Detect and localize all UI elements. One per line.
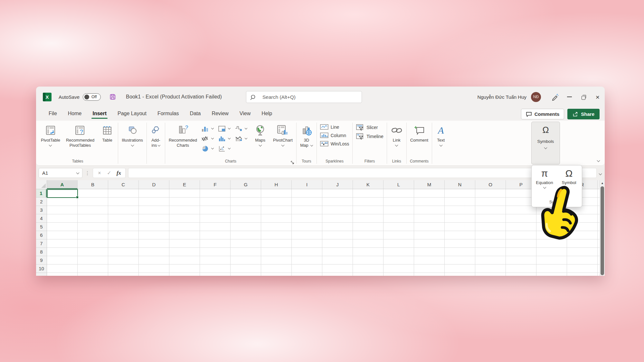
select-all-corner[interactable] — [36, 180, 47, 189]
insert-statistic-chart-button[interactable] — [217, 134, 233, 144]
column-header-C[interactable]: C — [108, 180, 139, 189]
recommended-charts-button[interactable]: ? Recommended Charts — [166, 122, 200, 148]
symbols-button[interactable]: Ω Symbols — [531, 122, 560, 164]
insert-waterfall-chart-button[interactable] — [233, 124, 250, 134]
minimize-icon — [567, 97, 572, 97]
cells-area[interactable] — [47, 189, 600, 276]
insert-combo-chart-button[interactable] — [233, 134, 250, 144]
row-header-1[interactable]: 1 — [36, 189, 47, 198]
column-header-M[interactable]: M — [414, 180, 445, 189]
column-header-J[interactable]: J — [322, 180, 353, 189]
tab-help[interactable]: Help — [256, 108, 278, 120]
row-header-4[interactable]: 4 — [36, 214, 47, 223]
tab-insert[interactable]: Insert — [87, 108, 112, 120]
expand-formula-bar-button[interactable] — [599, 170, 601, 176]
name-box[interactable]: A1 — [39, 168, 82, 178]
column-header-D[interactable]: D — [139, 180, 169, 189]
link-button[interactable]: Link — [388, 122, 406, 146]
restore-button[interactable] — [576, 87, 591, 107]
text-button[interactable]: A Text — [433, 122, 449, 146]
row-header-8[interactable]: 8 — [36, 248, 47, 256]
recommended-pivottables-button[interactable]: ? Recommended PivotTables — [63, 122, 97, 148]
comment-button[interactable]: Comment — [407, 122, 431, 143]
recommended-pivottables-label: Recommended PivotTables — [66, 138, 94, 148]
excel-window: X AutoSave Off Book1 - Excel (Product Ac… — [36, 87, 605, 276]
collapse-ribbon-button[interactable] — [597, 157, 600, 163]
vertical-scrollbar[interactable]: ▲ — [600, 180, 605, 276]
pivottable-icon — [45, 125, 56, 136]
charts-dialog-launcher[interactable] — [290, 161, 294, 164]
column-header-E[interactable]: E — [169, 180, 200, 189]
row-header-3[interactable]: 3 — [36, 206, 47, 214]
insert-line-chart-button[interactable] — [200, 134, 217, 144]
sparkline-column-button[interactable]: Column — [317, 132, 349, 139]
tab-home[interactable]: Home — [62, 108, 87, 120]
group-divider — [147, 123, 147, 164]
avatar[interactable]: NĐ — [531, 92, 541, 102]
autosave-toggle[interactable]: Off — [83, 93, 101, 101]
column-header-A[interactable]: A — [47, 180, 78, 189]
column-header-I[interactable]: I — [292, 180, 322, 189]
timeline-button[interactable]: Timeline — [353, 132, 386, 140]
tab-view[interactable]: View — [234, 108, 256, 120]
row-header-9[interactable]: 9 — [36, 256, 47, 265]
3d-map-button[interactable]: 3D Map — [297, 122, 316, 148]
insert-pie-chart-button[interactable] — [200, 144, 217, 153]
chevron-down-icon — [259, 143, 262, 146]
active-cell-a1[interactable] — [47, 189, 78, 198]
sparkline-line-label: Line — [331, 125, 339, 130]
group-divider — [352, 123, 353, 164]
tab-data[interactable]: Data — [185, 108, 206, 120]
search-input[interactable]: Search (Alt+Q) — [246, 91, 362, 103]
close-button[interactable]: × — [591, 87, 605, 107]
row-header-5[interactable]: 5 — [36, 223, 47, 231]
addins-button[interactable]: Add- ins — [147, 122, 164, 148]
save-icon[interactable] — [109, 93, 116, 100]
column-header-B[interactable]: B — [78, 180, 108, 189]
column-header-O[interactable]: O — [475, 180, 506, 189]
maps-button[interactable]: Maps — [250, 122, 270, 146]
sparkline-line-button[interactable]: Line — [317, 123, 342, 131]
sparkline-winloss-button[interactable]: Win/Loss — [317, 140, 352, 147]
column-header-N[interactable]: N — [445, 180, 475, 189]
excel-app-icon[interactable]: X — [43, 93, 52, 101]
tab-formulas[interactable]: Formulas — [152, 108, 185, 120]
comments-button[interactable]: Comments — [521, 109, 564, 119]
column-header-G[interactable]: G — [231, 180, 261, 189]
column-header-F[interactable]: F — [200, 180, 231, 189]
minimize-button[interactable] — [562, 87, 576, 107]
row-header-7[interactable]: 7 — [36, 239, 47, 248]
scrollbar-thumb[interactable] — [601, 186, 604, 275]
insert-column-chart-button[interactable] — [200, 124, 217, 134]
tab-page-layout[interactable]: Page Layout — [112, 108, 152, 120]
scroll-up-icon[interactable]: ▲ — [600, 180, 605, 185]
insert-function-button[interactable]: fx — [114, 170, 123, 176]
insert-scatter-chart-button[interactable] — [217, 144, 233, 153]
formula-input[interactable] — [128, 168, 597, 178]
new-comment-icon — [413, 125, 425, 136]
column-header-L[interactable]: L — [384, 180, 414, 189]
illustrations-button[interactable]: Illustrations — [119, 122, 146, 146]
column-header-K[interactable]: K — [353, 180, 384, 189]
cancel-entry-icon[interactable]: × — [95, 170, 104, 176]
row-header-2[interactable]: 2 — [36, 198, 47, 206]
tab-review[interactable]: Review — [206, 108, 234, 120]
row-header-6[interactable]: 6 — [36, 231, 47, 239]
insert-hierarchy-chart-button[interactable] — [217, 124, 233, 134]
group-label-links: Links — [388, 158, 406, 166]
enter-entry-icon[interactable]: ✓ — [105, 170, 114, 176]
row-header-10[interactable]: 10 — [36, 265, 47, 273]
share-button[interactable]: Share — [567, 109, 600, 119]
line-chart-icon — [201, 135, 209, 142]
ribbon-display-options-button[interactable] — [548, 87, 562, 107]
slicer-button[interactable]: Slicer — [353, 123, 380, 131]
pivotchart-button[interactable]: PivotChart — [270, 122, 296, 146]
svg-text:?: ? — [185, 125, 188, 131]
tab-file[interactable]: File — [43, 108, 62, 120]
column-header-H[interactable]: H — [261, 180, 292, 189]
pivottable-button[interactable]: PivotTable — [38, 122, 63, 146]
table-button[interactable]: Table — [97, 122, 117, 143]
ribbon-group-sparklines: Line Column Win/Loss Sparklines — [317, 121, 352, 166]
svg-text:?: ? — [80, 129, 83, 135]
user-name[interactable]: Nguyễn Đức Tuấn Huy — [477, 94, 526, 100]
